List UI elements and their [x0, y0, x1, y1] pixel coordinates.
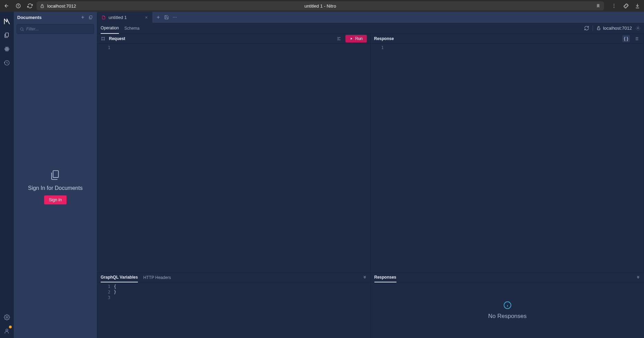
rail-settings-icon[interactable]: [0, 310, 14, 324]
link-operation-icon[interactable]: [101, 36, 105, 41]
endpoint-settings-icon[interactable]: [635, 26, 641, 31]
responses-title: Responses: [374, 273, 396, 282]
browser-yandex-icon[interactable]: [15, 3, 21, 9]
svg-point-6: [7, 49, 8, 50]
svg-point-21: [104, 39, 104, 40]
tab-schema[interactable]: Schema: [124, 23, 140, 33]
variables-pane: GraphQL Variables HTTP Headers 1 2 3 {: [97, 273, 371, 338]
new-tab-icon[interactable]: [156, 15, 161, 20]
extensions-icon[interactable]: [623, 3, 629, 9]
svg-rect-18: [597, 28, 600, 30]
tab-label: untitled 1: [109, 15, 127, 20]
svg-point-17: [176, 17, 177, 18]
tabstrip: untitled 1: [97, 12, 644, 23]
response-editor[interactable]: 1: [371, 44, 644, 272]
sidebar-empty-title: Sign In for Documents: [28, 185, 82, 191]
collapse-variables-icon[interactable]: [362, 275, 367, 280]
svg-point-10: [6, 317, 8, 318]
new-folder-icon[interactable]: [89, 15, 93, 20]
variables-gutter: 1 2 3: [97, 282, 114, 338]
collapse-responses-icon[interactable]: [636, 275, 641, 280]
lock-icon: [40, 4, 44, 8]
close-tab-icon[interactable]: [144, 16, 148, 19]
view-json-icon[interactable]: { }: [622, 35, 630, 42]
svg-rect-12: [90, 16, 92, 18]
page-title: untitled 1 - Nitro: [304, 3, 336, 9]
downloads-icon[interactable]: [634, 3, 641, 9]
documents-empty-icon: [50, 169, 61, 181]
response-title: Response: [374, 36, 394, 41]
document-icon: [101, 15, 106, 20]
filter-input[interactable]: [26, 27, 91, 31]
search-icon: [20, 27, 24, 31]
svg-point-23: [101, 39, 102, 40]
run-button[interactable]: Run: [345, 35, 367, 42]
prettify-icon[interactable]: [335, 35, 343, 42]
browser-menu-icon[interactable]: [611, 3, 617, 9]
view-tree-icon[interactable]: [633, 35, 640, 42]
url-text: localhost:7012: [47, 3, 76, 9]
run-label: Run: [355, 36, 363, 41]
responses-pane: Responses No Responses: [371, 273, 644, 338]
svg-point-7: [4, 48, 9, 50]
svg-point-3: [614, 6, 614, 6]
icon-rail: [0, 12, 14, 338]
sidebar-title: Documents: [17, 15, 42, 20]
refresh-schema-icon[interactable]: [584, 26, 589, 31]
signin-button[interactable]: Sign In: [44, 195, 67, 204]
info-icon: [503, 301, 512, 309]
endpoint[interactable]: localhost:7012: [593, 26, 632, 31]
endpoint-url: localhost:7012: [603, 26, 632, 31]
request-pane: Request Run 1: [97, 34, 371, 272]
request-gutter: 1: [97, 44, 114, 272]
svg-point-15: [173, 17, 174, 18]
svg-point-22: [104, 37, 104, 38]
tab-graphql-variables[interactable]: GraphQL Variables: [101, 273, 138, 282]
more-tabs-icon[interactable]: [172, 15, 177, 20]
tab-document[interactable]: untitled 1: [97, 12, 152, 23]
unlock-icon: [596, 26, 601, 30]
svg-point-4: [614, 7, 614, 8]
svg-point-19: [637, 28, 639, 29]
svg-point-0: [16, 4, 20, 8]
main: untitled 1 Operation Schema: [97, 12, 644, 338]
rail-schema-icon[interactable]: [0, 42, 14, 56]
svg-point-20: [101, 37, 102, 38]
rail-documents-icon[interactable]: [0, 28, 14, 42]
new-document-icon[interactable]: [80, 15, 85, 20]
tab-operation[interactable]: Operation: [101, 23, 119, 34]
play-icon: [350, 37, 353, 40]
response-pane: Response { } 1: [371, 34, 644, 272]
svg-rect-14: [53, 171, 58, 177]
svg-point-16: [174, 17, 175, 18]
rail-history-icon[interactable]: [0, 56, 14, 70]
sidebar-empty-state: Sign In for Documents Sign In: [14, 35, 97, 338]
app-logo-icon[interactable]: [0, 15, 14, 28]
variables-code: { }: [114, 282, 371, 338]
variables-editor[interactable]: 1 2 3 { }: [97, 282, 371, 338]
subnav: Operation Schema localhost:7012: [97, 23, 644, 34]
request-editor[interactable]: 1: [97, 44, 370, 272]
request-title: Request: [109, 36, 125, 41]
tab-http-headers[interactable]: HTTP Headers: [143, 273, 171, 282]
browser-back-icon[interactable]: [3, 3, 10, 9]
rail-account-icon[interactable]: [0, 324, 14, 338]
filter-box[interactable]: [17, 24, 94, 34]
url-bar[interactable]: localhost:7012 untitled 1 - Nitro: [37, 1, 604, 10]
sidebar: Documents Sign In for Documents Sign In: [14, 12, 97, 338]
svg-point-11: [6, 329, 8, 331]
no-responses-state: No Responses: [371, 282, 644, 338]
browser-reload-icon[interactable]: [27, 3, 33, 9]
bookmark-icon[interactable]: [596, 3, 601, 8]
save-tab-icon[interactable]: [164, 15, 169, 20]
svg-point-2: [614, 4, 614, 4]
browser-chrome: localhost:7012 untitled 1 - Nitro: [0, 0, 644, 12]
svg-point-13: [20, 28, 23, 30]
no-responses-text: No Responses: [488, 313, 527, 320]
response-gutter: 1: [371, 44, 387, 272]
svg-rect-1: [41, 6, 44, 7]
panels: Request Run 1: [97, 34, 644, 272]
svg-rect-5: [6, 33, 8, 37]
bottom-panels: GraphQL Variables HTTP Headers 1 2 3 {: [97, 272, 644, 338]
